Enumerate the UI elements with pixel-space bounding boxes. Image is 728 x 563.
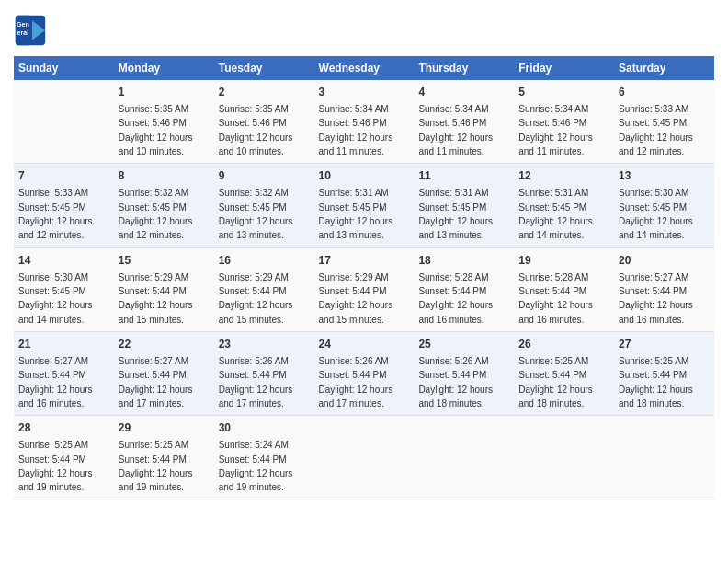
day-info: Sunrise: 5:31 AM Sunset: 5:45 PM Dayligh…	[319, 188, 393, 240]
day-number: 9	[219, 168, 310, 184]
day-number: 12	[518, 168, 609, 184]
calendar-cell: 22Sunrise: 5:27 AM Sunset: 5:44 PM Dayli…	[114, 332, 214, 416]
calendar-cell: 20Sunrise: 5:27 AM Sunset: 5:44 PM Dayli…	[614, 247, 714, 331]
week-row-4: 21Sunrise: 5:27 AM Sunset: 5:44 PM Dayli…	[14, 332, 714, 416]
day-number: 18	[418, 253, 509, 269]
day-number: 30	[219, 420, 310, 436]
calendar-cell: 5Sunrise: 5:34 AM Sunset: 5:46 PM Daylig…	[514, 80, 614, 164]
day-info: Sunrise: 5:33 AM Sunset: 5:45 PM Dayligh…	[18, 188, 93, 240]
column-header-sunday: Sunday	[14, 56, 114, 80]
calendar-cell: 21Sunrise: 5:27 AM Sunset: 5:44 PM Dayli…	[14, 332, 114, 416]
column-header-thursday: Thursday	[414, 56, 514, 80]
calendar-cell: 3Sunrise: 5:34 AM Sunset: 5:46 PM Daylig…	[314, 80, 415, 164]
day-number: 2	[219, 85, 310, 100]
day-info: Sunrise: 5:33 AM Sunset: 5:45 PM Dayligh…	[619, 104, 693, 156]
day-info: Sunrise: 5:25 AM Sunset: 5:44 PM Dayligh…	[18, 440, 93, 492]
day-info: Sunrise: 5:26 AM Sunset: 5:44 PM Dayligh…	[319, 356, 393, 408]
day-number: 13	[619, 168, 710, 184]
calendar-cell	[14, 80, 114, 164]
day-number: 7	[18, 168, 109, 184]
day-number: 15	[119, 253, 210, 269]
day-number: 28	[18, 420, 109, 436]
calendar-cell	[614, 416, 714, 500]
day-info: Sunrise: 5:34 AM Sunset: 5:46 PM Dayligh…	[418, 104, 493, 156]
day-number: 4	[418, 85, 509, 100]
week-row-1: 1Sunrise: 5:35 AM Sunset: 5:46 PM Daylig…	[14, 80, 714, 164]
calendar-cell: 16Sunrise: 5:29 AM Sunset: 5:44 PM Dayli…	[214, 247, 314, 331]
day-info: Sunrise: 5:30 AM Sunset: 5:45 PM Dayligh…	[619, 188, 693, 240]
day-number: 27	[619, 337, 710, 352]
day-info: Sunrise: 5:27 AM Sunset: 5:44 PM Dayligh…	[18, 356, 93, 408]
calendar-cell	[414, 416, 514, 500]
week-row-5: 28Sunrise: 5:25 AM Sunset: 5:44 PM Dayli…	[14, 416, 714, 500]
day-info: Sunrise: 5:32 AM Sunset: 5:45 PM Dayligh…	[219, 188, 293, 240]
calendar-cell: 11Sunrise: 5:31 AM Sunset: 5:45 PM Dayli…	[414, 164, 514, 247]
calendar-table: SundayMondayTuesdayWednesdayThursdayFrid…	[14, 56, 714, 500]
day-info: Sunrise: 5:32 AM Sunset: 5:45 PM Dayligh…	[119, 188, 193, 240]
svg-text:Gen: Gen	[17, 20, 29, 29]
calendar-cell: 19Sunrise: 5:28 AM Sunset: 5:44 PM Dayli…	[514, 247, 614, 331]
svg-text:eral: eral	[17, 29, 29, 37]
calendar-cell: 6Sunrise: 5:33 AM Sunset: 5:45 PM Daylig…	[614, 80, 714, 164]
day-info: Sunrise: 5:25 AM Sunset: 5:44 PM Dayligh…	[619, 356, 693, 408]
header: Gen eral	[14, 14, 714, 47]
day-number: 8	[119, 168, 210, 184]
day-number: 24	[319, 337, 410, 352]
day-info: Sunrise: 5:25 AM Sunset: 5:44 PM Dayligh…	[119, 440, 193, 492]
calendar-cell: 13Sunrise: 5:30 AM Sunset: 5:45 PM Dayli…	[614, 164, 714, 247]
calendar-cell: 30Sunrise: 5:24 AM Sunset: 5:44 PM Dayli…	[214, 416, 314, 500]
calendar-cell: 25Sunrise: 5:26 AM Sunset: 5:44 PM Dayli…	[414, 332, 514, 416]
calendar-cell: 18Sunrise: 5:28 AM Sunset: 5:44 PM Dayli…	[414, 247, 514, 331]
day-number: 29	[119, 420, 210, 436]
calendar-cell: 26Sunrise: 5:25 AM Sunset: 5:44 PM Dayli…	[514, 332, 614, 416]
day-info: Sunrise: 5:29 AM Sunset: 5:44 PM Dayligh…	[219, 272, 293, 325]
day-number: 14	[18, 253, 109, 269]
header-row: SundayMondayTuesdayWednesdayThursdayFrid…	[14, 56, 714, 80]
day-info: Sunrise: 5:27 AM Sunset: 5:44 PM Dayligh…	[619, 272, 693, 325]
day-info: Sunrise: 5:28 AM Sunset: 5:44 PM Dayligh…	[518, 272, 593, 325]
calendar-cell: 12Sunrise: 5:31 AM Sunset: 5:45 PM Dayli…	[514, 164, 614, 247]
day-info: Sunrise: 5:26 AM Sunset: 5:44 PM Dayligh…	[219, 356, 293, 408]
calendar-cell: 15Sunrise: 5:29 AM Sunset: 5:44 PM Dayli…	[114, 247, 214, 331]
column-header-monday: Monday	[114, 56, 214, 80]
calendar-cell	[314, 416, 415, 500]
calendar-cell: 2Sunrise: 5:35 AM Sunset: 5:46 PM Daylig…	[214, 80, 314, 164]
day-info: Sunrise: 5:28 AM Sunset: 5:44 PM Dayligh…	[418, 272, 493, 325]
calendar-cell: 1Sunrise: 5:35 AM Sunset: 5:46 PM Daylig…	[114, 80, 214, 164]
day-number: 22	[119, 337, 210, 352]
week-row-3: 14Sunrise: 5:30 AM Sunset: 5:45 PM Dayli…	[14, 247, 714, 331]
day-number: 26	[518, 337, 609, 352]
calendar-cell: 10Sunrise: 5:31 AM Sunset: 5:45 PM Dayli…	[314, 164, 415, 247]
day-number: 5	[518, 85, 609, 100]
day-info: Sunrise: 5:35 AM Sunset: 5:46 PM Dayligh…	[119, 104, 193, 156]
day-info: Sunrise: 5:35 AM Sunset: 5:46 PM Dayligh…	[219, 104, 293, 156]
day-number: 6	[619, 85, 710, 100]
day-number: 11	[418, 168, 509, 184]
day-number: 25	[418, 337, 509, 352]
calendar-cell: 28Sunrise: 5:25 AM Sunset: 5:44 PM Dayli…	[14, 416, 114, 500]
day-number: 19	[518, 253, 609, 269]
calendar-cell: 7Sunrise: 5:33 AM Sunset: 5:45 PM Daylig…	[14, 164, 114, 247]
column-header-wednesday: Wednesday	[314, 56, 415, 80]
day-info: Sunrise: 5:31 AM Sunset: 5:45 PM Dayligh…	[418, 188, 493, 240]
calendar-cell: 8Sunrise: 5:32 AM Sunset: 5:45 PM Daylig…	[114, 164, 214, 247]
day-number: 20	[619, 253, 710, 269]
calendar-cell: 27Sunrise: 5:25 AM Sunset: 5:44 PM Dayli…	[614, 332, 714, 416]
calendar-cell: 24Sunrise: 5:26 AM Sunset: 5:44 PM Dayli…	[314, 332, 415, 416]
day-info: Sunrise: 5:29 AM Sunset: 5:44 PM Dayligh…	[319, 272, 393, 325]
day-number: 17	[319, 253, 410, 269]
week-row-2: 7Sunrise: 5:33 AM Sunset: 5:45 PM Daylig…	[14, 164, 714, 247]
day-number: 21	[18, 337, 109, 352]
day-number: 23	[219, 337, 310, 352]
day-info: Sunrise: 5:34 AM Sunset: 5:46 PM Dayligh…	[518, 104, 593, 156]
calendar-cell: 14Sunrise: 5:30 AM Sunset: 5:45 PM Dayli…	[14, 247, 114, 331]
day-info: Sunrise: 5:24 AM Sunset: 5:44 PM Dayligh…	[219, 440, 293, 492]
day-info: Sunrise: 5:26 AM Sunset: 5:44 PM Dayligh…	[418, 356, 493, 408]
column-header-friday: Friday	[514, 56, 614, 80]
day-info: Sunrise: 5:34 AM Sunset: 5:46 PM Dayligh…	[319, 104, 393, 156]
day-info: Sunrise: 5:29 AM Sunset: 5:44 PM Dayligh…	[119, 272, 193, 325]
calendar-cell: 4Sunrise: 5:34 AM Sunset: 5:46 PM Daylig…	[414, 80, 514, 164]
calendar-cell	[514, 416, 614, 500]
day-number: 3	[319, 85, 410, 100]
calendar-cell: 23Sunrise: 5:26 AM Sunset: 5:44 PM Dayli…	[214, 332, 314, 416]
